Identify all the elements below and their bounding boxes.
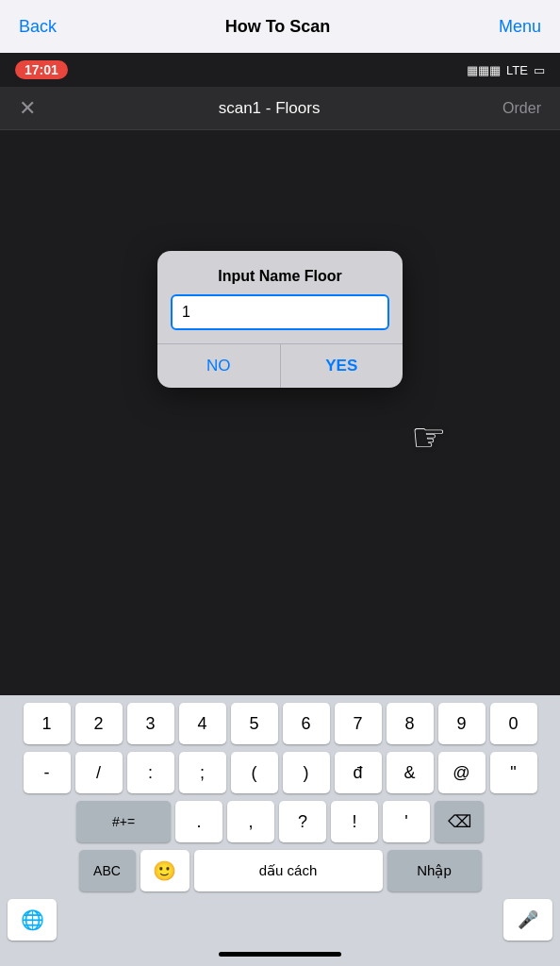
key-close-paren[interactable]: ) <box>283 752 330 793</box>
key-symbols-toggle[interactable]: #+= <box>76 801 171 842</box>
key-4[interactable]: 4 <box>179 703 226 744</box>
key-slash[interactable]: / <box>75 752 123 793</box>
keyboard: 1 2 3 4 5 6 7 8 9 0 - / : ; ( ) đ & @ " … <box>0 695 560 966</box>
floor-name-input[interactable] <box>171 294 389 330</box>
back-button[interactable]: Back <box>19 17 57 37</box>
key-quote[interactable]: " <box>490 752 537 793</box>
delete-key[interactable]: ⌫ <box>435 801 484 842</box>
cursor-icon: ☞ <box>411 414 447 460</box>
key-at[interactable]: @ <box>438 752 486 793</box>
scan-header-bar: ✕ scan1 - Floors Order <box>0 87 560 130</box>
keyboard-row-5: 🌐 🎤 <box>4 899 556 948</box>
home-indicator <box>219 952 341 957</box>
key-mic[interactable]: 🎤 <box>503 899 552 941</box>
dialog-buttons: NO YES <box>157 343 403 388</box>
status-time: 17:01 <box>15 60 68 79</box>
battery-icon: ▭ <box>534 63 545 77</box>
key-colon[interactable]: : <box>127 752 174 793</box>
dialog-input-wrap <box>157 294 403 343</box>
key-6[interactable]: 6 <box>283 703 330 744</box>
key-abc[interactable]: ABC <box>79 850 136 891</box>
key-comma[interactable]: , <box>227 801 274 842</box>
key-period[interactable]: . <box>175 801 222 842</box>
key-emoji[interactable]: 🙂 <box>140 850 189 891</box>
key-open-paren[interactable]: ( <box>231 752 278 793</box>
nav-bar: Back How To Scan Menu <box>0 0 560 53</box>
key-semicolon[interactable]: ; <box>179 752 226 793</box>
key-5[interactable]: 5 <box>231 703 278 744</box>
key-2[interactable]: 2 <box>75 703 123 744</box>
yes-button[interactable]: YES <box>281 344 404 388</box>
signal-icon: ▦▦▦ <box>467 63 501 77</box>
key-space[interactable]: dấu cách <box>194 850 383 891</box>
key-globe[interactable]: 🌐 <box>8 899 57 941</box>
keyboard-row-1: 1 2 3 4 5 6 7 8 9 0 <box>4 703 556 744</box>
keyboard-row-4: ABC 🙂 dấu cách Nhập <box>4 850 556 891</box>
key-3[interactable]: 3 <box>127 703 174 744</box>
key-8[interactable]: 8 <box>387 703 434 744</box>
keyboard-row-3: #+= . , ? ! ' ⌫ <box>4 801 556 842</box>
key-0[interactable]: 0 <box>490 703 537 744</box>
key-ampersand[interactable]: & <box>387 752 434 793</box>
network-label: LTE <box>506 63 528 77</box>
menu-button[interactable]: Menu <box>499 17 541 37</box>
input-name-dialog: Input Name Floor NO YES <box>157 251 403 388</box>
nav-title: How To Scan <box>225 17 331 37</box>
key-7[interactable]: 7 <box>335 703 382 744</box>
order-button[interactable]: Order <box>502 100 541 117</box>
close-button[interactable]: ✕ <box>19 96 36 121</box>
status-bar: 17:01 ▦▦▦ LTE ▭ <box>0 53 560 87</box>
key-enter[interactable]: Nhập <box>387 850 482 891</box>
no-button[interactable]: NO <box>157 344 280 388</box>
content-area: Input Name Floor NO YES ☞ <box>0 130 560 536</box>
key-1[interactable]: 1 <box>24 703 71 744</box>
key-question[interactable]: ? <box>279 801 326 842</box>
keyboard-row-2: - / : ; ( ) đ & @ " <box>4 752 556 793</box>
key-9[interactable]: 9 <box>438 703 486 744</box>
key-dash[interactable]: - <box>24 752 71 793</box>
key-d-stroke[interactable]: đ <box>335 752 382 793</box>
key-apostrophe[interactable]: ' <box>383 801 430 842</box>
key-exclaim[interactable]: ! <box>331 801 378 842</box>
dialog-title: Input Name Floor <box>157 251 403 294</box>
status-icons: ▦▦▦ LTE ▭ <box>467 63 545 77</box>
scan-title: scan1 - Floors <box>219 99 321 118</box>
